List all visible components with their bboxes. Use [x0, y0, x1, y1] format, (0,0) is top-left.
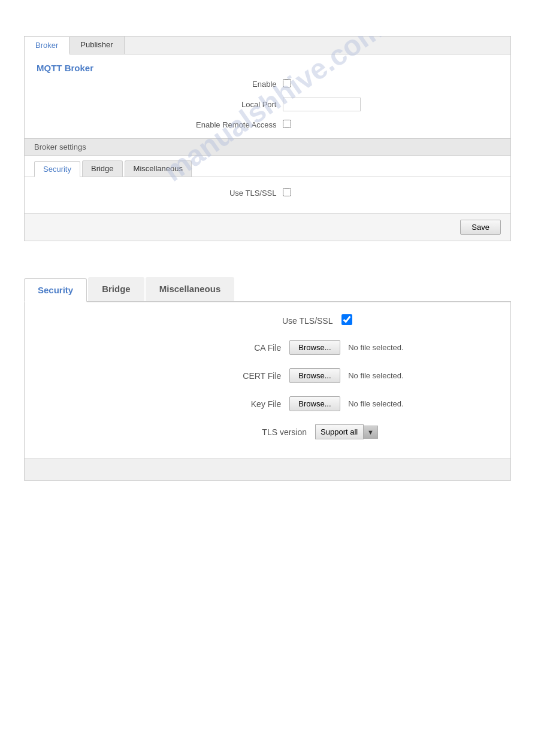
second-section: Security Bridge Miscellaneous Use TLS/SS… [24, 277, 511, 481]
cert-file-status: No file selected. [348, 371, 404, 380]
save-bar: Save [25, 213, 510, 241]
ca-file-browse-button[interactable]: Browse... [289, 340, 340, 355]
sub-tab-bar: Security Bridge Miscellaneous [25, 156, 510, 177]
save-button[interactable]: Save [460, 220, 501, 235]
cert-file-browse-button[interactable]: Browse... [289, 368, 340, 383]
key-file-browse-button[interactable]: Browse... [289, 396, 340, 411]
tab-publisher[interactable]: Publisher [69, 37, 124, 54]
enable-checkbox[interactable] [283, 79, 291, 87]
tls-version-row: TLS version Support all TLSv1 TLSv1.1 TL… [37, 424, 498, 439]
sub-tab-bridge[interactable]: Bridge [82, 160, 123, 177]
use-tls-checkbox[interactable] [283, 188, 291, 196]
local-port-input[interactable] [283, 98, 361, 111]
enable-remote-label: Enable Remote Access [157, 120, 277, 129]
local-port-row: Local Port [25, 98, 510, 111]
second-content: Use TLS/SSL CA File Browse... No file se… [24, 302, 511, 459]
tls-version-dropdown-arrow[interactable]: ▼ [364, 426, 378, 439]
ca-file-status: No file selected. [348, 343, 404, 352]
enable-remote-row: Enable Remote Access [25, 120, 510, 130]
second-use-tls-label: Use TLS/SSL [183, 316, 333, 326]
key-file-row: Key File Browse... No file selected. [37, 396, 498, 411]
section-title: MQTT Broker [25, 54, 510, 79]
tls-version-label: TLS version [157, 427, 307, 437]
enable-remote-checkbox[interactable] [283, 120, 291, 128]
use-tls-label: Use TLS/SSL [157, 189, 277, 198]
sub-tab-miscellaneous[interactable]: Miscellaneous [125, 160, 192, 177]
cert-file-label: CERT File [131, 371, 281, 381]
second-sub-tab-bridge[interactable]: Bridge [88, 277, 144, 301]
enable-row: Enable [25, 79, 510, 89]
enable-label: Enable [157, 80, 277, 89]
local-port-label: Local Port [157, 100, 277, 109]
broker-settings-bar: Broker settings [25, 138, 510, 156]
sub-content: Use TLS/SSL [25, 177, 510, 213]
second-use-tls-row: Use TLS/SSL [37, 314, 498, 327]
ca-file-label: CA File [131, 343, 281, 353]
second-sub-tab-security[interactable]: Security [24, 278, 87, 302]
key-file-status: No file selected. [348, 399, 404, 408]
sub-tab-security[interactable]: Security [34, 161, 80, 177]
main-panel: MQTT Broker Enable Local Port Enable Rem… [24, 54, 511, 241]
cert-file-row: CERT File Browse... No file selected. [37, 368, 498, 383]
tls-version-select[interactable]: Support all TLSv1 TLSv1.1 TLSv1.2 [315, 424, 364, 439]
second-sub-tab-miscellaneous[interactable]: Miscellaneous [146, 277, 235, 301]
second-use-tls-checkbox[interactable] [341, 314, 352, 325]
top-tab-bar: Broker Publisher [24, 36, 511, 54]
second-sub-tab-bar: Security Bridge Miscellaneous [24, 277, 511, 302]
ca-file-row: CA File Browse... No file selected. [37, 340, 498, 355]
second-bottom-bar [24, 459, 511, 481]
use-tls-row: Use TLS/SSL [37, 188, 498, 198]
key-file-label: Key File [131, 399, 281, 409]
tab-broker[interactable]: Broker [25, 37, 69, 54]
